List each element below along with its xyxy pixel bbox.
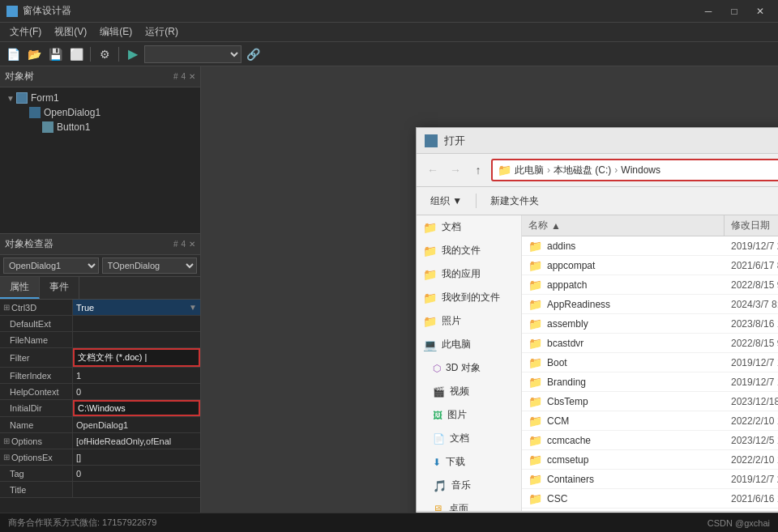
tree-item-opendialog1[interactable]: OpenDialog1 [3, 105, 197, 120]
file-row[interactable]: 📁 Containers 2019/12/7 23:07 文件夹 [522, 470, 778, 489]
up-button[interactable]: ↑ [468, 160, 488, 180]
float-icon[interactable]: 4 [181, 72, 186, 81]
float-icon-2[interactable]: 4 [181, 240, 186, 249]
tree-item-button1[interactable]: Button1 [3, 120, 197, 134]
tab-events[interactable]: 事件 [40, 277, 79, 299]
prop-val-text: OpenDialog1 [76, 420, 128, 430]
nav-item-myfiles[interactable]: 📁 我的文件 [417, 239, 521, 262]
dropdown-indicator[interactable]: ▼ [189, 303, 197, 312]
toolbar-new[interactable]: 📄 [3, 45, 23, 64]
file-row[interactable]: 📁 CCM 2022/2/10 15:33 文件夹 [522, 411, 778, 431]
button-icon [42, 121, 53, 133]
file-folder-icon: 📁 [528, 376, 542, 389]
file-row[interactable]: 📁 AppReadiness 2024/3/7 8:58 文件夹 [522, 295, 778, 314]
menu-view[interactable]: 视图(V) [48, 23, 93, 41]
prop-defaultext-value[interactable] [73, 316, 200, 331]
file-row-name: 📁 CCM [522, 415, 725, 428]
nav-item-video[interactable]: 🎬 视频 [417, 380, 521, 403]
nav-item-received[interactable]: 📁 我收到的文件 [417, 286, 521, 309]
prop-filterindex-value[interactable]: 1 [73, 368, 200, 383]
sort-icon: ▲ [551, 220, 561, 232]
file-row[interactable]: 📁 Boot 2019/12/7 17:31 文件夹 [522, 353, 778, 372]
prop-helpcontext: HelpContext 0 [0, 384, 200, 400]
prop-name-value[interactable]: OpenDialog1 [73, 417, 200, 432]
nav-item-myapps[interactable]: 📁 我的应用 [417, 262, 521, 286]
file-row[interactable]: 📁 ccmsetup 2022/2/10 15:32 文件夹 [522, 450, 778, 470]
file-row-date: 2023/8/16 11:00 [725, 318, 778, 330]
file-row[interactable]: 📁 apppatch 2022/8/15 9:16 文件夹 [522, 275, 778, 295]
toolbar-dropdown[interactable] [144, 45, 242, 63]
toolbar-run[interactable]: ▶ [123, 45, 143, 64]
close-panel-icon[interactable]: ✕ [189, 72, 195, 81]
menu-edit[interactable]: 编辑(E) [93, 23, 139, 41]
tab-properties[interactable]: 属性 [0, 277, 40, 299]
address-path[interactable]: 📁 此电脑 › 本地磁盘 (C:) › Windows [491, 159, 778, 181]
nav-item-music[interactable]: 🎵 音乐 [417, 474, 521, 497]
file-row[interactable]: 📁 CSC 2021/6/16 10:21 文件夹 [522, 489, 778, 509]
file-row-name: 📁 CbsTemp [522, 395, 725, 408]
file-row[interactable]: 📁 appcompat 2021/6/17 8:47 文件夹 [522, 256, 778, 275]
prop-ctrl3d-value[interactable]: True ▼ [73, 300, 200, 315]
tree-expand-arrow[interactable]: ▼ [6, 94, 16, 103]
nav-item-3d[interactable]: ⬡ 3D 对象 [417, 356, 521, 380]
maximize-button[interactable]: □ [723, 3, 746, 19]
nav-item-photos[interactable]: 📁 照片 [417, 309, 521, 333]
expand-icon[interactable]: ⊞ [3, 303, 10, 312]
prop-tag-value[interactable]: 0 [73, 466, 200, 481]
toolbar-save[interactable]: 💾 [45, 45, 65, 64]
close-panel-icon-2[interactable]: ✕ [189, 240, 195, 249]
nav-item-mypc[interactable]: 💻 此电脑 [417, 333, 521, 356]
organize-button[interactable]: 组织 ▼ [423, 190, 469, 211]
file-row[interactable]: 📁 CbsTemp 2023/12/18 8:48 文件夹 [522, 392, 778, 411]
toolbar-copy[interactable]: ⬜ [66, 45, 86, 64]
inspector-object-dropdown[interactable]: OpenDialog1 [3, 257, 99, 274]
col-header-date[interactable]: 修改日期 [725, 215, 778, 236]
toolbar-settings[interactable]: ⚙ [95, 45, 114, 64]
nav-item-desktop[interactable]: 🖥 桌面 [417, 497, 521, 511]
file-row[interactable]: 📁 ccmcache 2023/12/5 17:05 文件夹 [522, 431, 778, 450]
3d-icon: ⬡ [433, 363, 441, 374]
expand-options-icon[interactable]: ⊞ [3, 436, 10, 445]
title-bar: 窗体设计器 ─ □ ✕ [0, 0, 778, 23]
menu-file[interactable]: 文件(F) [3, 23, 48, 41]
file-folder-icon: 📁 [528, 473, 542, 486]
close-button[interactable]: ✕ [749, 3, 772, 19]
prop-initialdir-value[interactable]: C:\Windows [73, 400, 200, 416]
status-right: CSDN @gxchai [707, 518, 770, 528]
col-header-name[interactable]: 名称 ▲ [522, 215, 725, 236]
expand-optionsex-icon[interactable]: ⊞ [3, 453, 10, 462]
prop-filter-value[interactable]: 文档文件 (*.doc) | [73, 348, 200, 367]
minimize-button[interactable]: ─ [697, 3, 720, 19]
prop-label: Title [10, 485, 26, 495]
toolbar-open[interactable]: 📂 [24, 45, 44, 64]
file-row[interactable]: 📁 bcastdvr 2022/8/15 9:16 文件夹 [522, 334, 778, 353]
file-row[interactable]: 📁 Branding 2019/12/7 17:14 文件夹 [522, 372, 778, 392]
pin-icon[interactable]: # [173, 72, 178, 81]
nav-item-pictures[interactable]: 🖼 图片 [417, 403, 521, 427]
file-name-text: CCM [547, 415, 569, 427]
menu-run[interactable]: 运行(R) [139, 23, 185, 41]
main-area: 对象树 # 4 ✕ ▼ Form1 OpenDialog1 [0, 66, 778, 513]
prop-title-value[interactable] [73, 482, 200, 497]
file-row[interactable]: 📁 addins 2019/12/7 22:45 文件夹 [522, 236, 778, 256]
back-button[interactable]: ← [423, 160, 442, 180]
nav-item-documents[interactable]: 📄 文档 [417, 427, 521, 450]
nav-item-downloads[interactable]: ⬇ 下载 [417, 450, 521, 474]
prop-optionsex-value[interactable]: [] [73, 449, 200, 465]
toolbar-extra[interactable]: 🔗 [243, 45, 263, 64]
file-row[interactable]: 📁 assembly 2023/8/16 11:00 文件夹 [522, 314, 778, 334]
tree-item-form1[interactable]: ▼ Form1 [3, 91, 197, 105]
addr-sep-1: › [547, 164, 550, 176]
prop-label: Name [10, 420, 33, 430]
inspector-type-dropdown[interactable]: TOpenDialog [102, 257, 198, 274]
file-folder-icon: 📁 [528, 298, 542, 311]
dialog-title-text: 打开 [444, 134, 778, 148]
new-folder-button[interactable]: 新建文件夹 [483, 190, 546, 211]
prop-helpcontext-value[interactable]: 0 [73, 384, 200, 399]
file-row-name: 📁 assembly [522, 317, 725, 330]
prop-filename-value[interactable] [73, 332, 200, 347]
nav-item-docs[interactable]: 📁 文档 [417, 215, 521, 239]
pin-icon-2[interactable]: # [173, 240, 178, 249]
prop-options-value[interactable]: [ofHideReadOnly,ofEnal [73, 433, 200, 449]
forward-button[interactable]: → [446, 160, 465, 180]
